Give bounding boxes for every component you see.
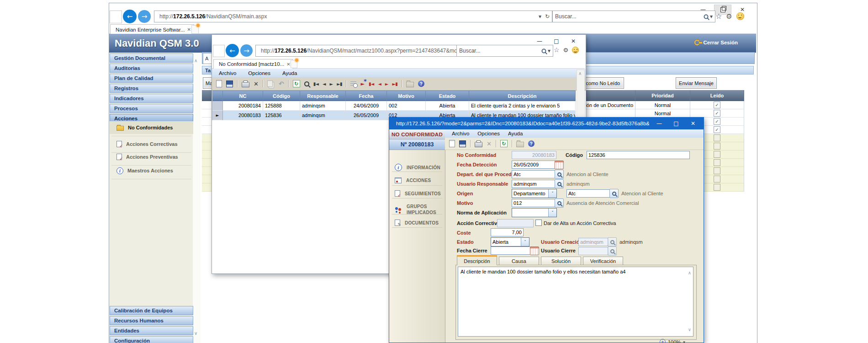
address-bar[interactable]: http://172.26.5.126/NavidianQSM/main.asp…	[154, 11, 552, 22]
minimize-button[interactable]: —	[533, 37, 546, 46]
refresh-icon[interactable]	[500, 140, 508, 147]
sidebar-scroll-down-icon[interactable]: ∨	[194, 331, 197, 336]
menu-archivo[interactable]: Archivo	[219, 70, 236, 76]
col-header-fecha[interactable]: Fecha	[346, 91, 387, 101]
scroll-up-icon[interactable]: ∧	[688, 270, 691, 276]
prev-record-icon[interactable]: ◄	[323, 81, 326, 86]
save-icon[interactable]	[459, 140, 466, 147]
sidebar-item-recursos-humanos[interactable]: Recursos Humanos	[110, 316, 193, 325]
row-marker-cell[interactable]	[212, 101, 223, 111]
field-fecha-deteccion[interactable]: 26/05/2009	[512, 161, 556, 169]
sidebar-item-indicadores[interactable]: Indicadores	[110, 94, 193, 103]
cell-nc[interactable]: 20080184	[223, 101, 263, 111]
sidebar-item-configuracion[interactable]: Configuración	[110, 336, 193, 343]
feedback-smiley-icon[interactable]	[736, 12, 744, 20]
cell-responsable[interactable]: adminqsm	[300, 101, 346, 111]
calendar-icon[interactable]	[530, 247, 539, 255]
find-icon[interactable]	[304, 81, 309, 86]
page-icon-button[interactable]	[110, 11, 122, 23]
sidebar-item-auditorias[interactable]: Auditorias	[110, 64, 193, 73]
search-box[interactable]: Buscar... ▾	[456, 45, 553, 57]
back-button[interactable]: ←	[123, 10, 137, 23]
refresh-icon[interactable]	[293, 80, 300, 87]
menu-ayuda[interactable]: Ayuda	[282, 70, 297, 76]
first-page-icon[interactable]: ▮◄	[369, 81, 374, 86]
lookup-icon[interactable]	[555, 198, 564, 208]
cell-motivo[interactable]: 002	[387, 101, 426, 111]
sidebar-item-registros[interactable]: Registros	[110, 84, 193, 93]
cell-codigo[interactable]: 125836	[263, 111, 300, 120]
tab-close-icon[interactable]: ✕	[187, 27, 191, 32]
lookup-icon[interactable]	[609, 189, 619, 198]
leido-checkbox[interactable]: ✓	[714, 110, 720, 117]
cell-prioridad[interactable]: Normal	[635, 109, 690, 118]
first-record-icon[interactable]: ▮◄	[313, 81, 318, 86]
tab-close-icon[interactable]: ✕	[286, 62, 290, 67]
calendar-icon[interactable]	[555, 161, 564, 169]
page-icon-button[interactable]	[213, 45, 225, 57]
leido-checkbox[interactable]	[714, 143, 720, 150]
delete-icon[interactable]: ✕	[254, 80, 259, 87]
favorites-star-icon[interactable]: ☆	[554, 46, 560, 54]
search-box[interactable]: Buscar... ▾	[552, 11, 715, 22]
folder-icon[interactable]	[406, 82, 414, 87]
send-message-button[interactable]: Enviar Mensaje	[676, 77, 717, 89]
sidebar-item-gestion-documental[interactable]: Gestión Documental	[110, 54, 193, 63]
col-header-estado[interactable]: Estado	[426, 91, 469, 101]
panel-nav-documentos[interactable]: DOCUMENTOS	[395, 220, 439, 226]
field-motivo[interactable]: 012	[512, 199, 556, 207]
favorites-star-icon[interactable]: ☆	[715, 12, 722, 21]
lookup-icon[interactable]	[608, 247, 617, 256]
chevron-down-icon[interactable]: ˅	[548, 209, 556, 217]
leido-checkbox[interactable]: ✓	[714, 102, 720, 108]
panel-nav-informacion[interactable]: iINFORMACIÓN	[395, 164, 440, 171]
menu-opciones[interactable]: Opciones	[477, 131, 500, 136]
refresh-icon[interactable]: ↻	[545, 13, 550, 20]
close-button[interactable]: ✕	[686, 118, 700, 129]
field-origen-code[interactable]: Atc	[566, 189, 610, 198]
cell-nc[interactable]: 20080183	[223, 111, 263, 120]
logout-button[interactable]: Cerrar Sesión	[694, 40, 738, 45]
back-button[interactable]: ←	[226, 44, 239, 57]
sidebar-item-calibracion-de-equipos[interactable]: Calibración de Equipos	[110, 306, 193, 315]
delete-icon[interactable]: ✕	[487, 140, 492, 147]
sidebar-scrollbar[interactable]	[193, 53, 201, 343]
tab-solucion[interactable]: Solución	[541, 257, 581, 265]
lookup-icon[interactable]	[555, 170, 564, 179]
print-icon[interactable]	[475, 142, 482, 147]
scroll-up-icon[interactable]: ∧	[578, 71, 582, 76]
col-header-responsable[interactable]: Responsable	[300, 91, 346, 101]
zoom-status[interactable]: + 100% ▾	[660, 339, 685, 343]
sidebar-item-plan-de-calidad[interactable]: Plan de Calidad	[110, 74, 193, 83]
search-icon[interactable]: ▾	[704, 13, 713, 20]
copy-icon[interactable]	[267, 80, 273, 87]
cell-leido[interactable]: ✓	[690, 101, 744, 109]
print-icon[interactable]	[242, 82, 249, 87]
select-estado[interactable]: Abierta˅	[491, 237, 529, 247]
save-icon[interactable]	[226, 80, 233, 87]
next-record-icon[interactable]: ►	[330, 81, 333, 86]
sidebar-item-procesos[interactable]: Procesos	[110, 104, 193, 113]
history-icon[interactable]	[350, 81, 356, 86]
col-header-prioridad[interactable]: Prioridad	[635, 90, 690, 101]
new-icon[interactable]	[216, 80, 222, 87]
help-icon[interactable]	[418, 80, 424, 87]
detail-titlebar[interactable]: http://172.26.5.126/?mode=2&parms=2&IDnc…	[389, 118, 704, 129]
chevron-down-icon[interactable]: ˅	[548, 189, 556, 198]
address-bar[interactable]: http://172.26.5.126/NavidianQSM/mact/mac…	[255, 45, 457, 57]
minimize-button[interactable]: —	[652, 118, 666, 129]
row-marker-cell[interactable]: ►	[212, 111, 223, 120]
field-coste[interactable]: 7,00	[491, 228, 524, 236]
cell-descripcion[interactable]: El cliente quería 2 cintas y le enviaron…	[469, 101, 576, 111]
last-page-icon[interactable]: ►▮	[392, 81, 397, 86]
sidebar-scroll-up-icon[interactable]: ∧	[194, 58, 197, 63]
dar-alta-checkbox[interactable]	[535, 220, 542, 226]
leido-checkbox[interactable]: ✓	[714, 126, 720, 133]
cell-leido[interactable]: ✓	[690, 109, 744, 118]
cell-responsable[interactable]: adminqsm	[300, 111, 346, 120]
menu-ayuda[interactable]: Ayuda	[508, 131, 523, 136]
col-header-codigo[interactable]: Código	[263, 91, 300, 101]
tab-descripcion[interactable]: Descripción	[457, 255, 497, 265]
leido-checkbox[interactable]	[714, 167, 720, 174]
description-textarea[interactable]: Al cliente le mandan 100 dossier tamaño …	[458, 267, 693, 337]
